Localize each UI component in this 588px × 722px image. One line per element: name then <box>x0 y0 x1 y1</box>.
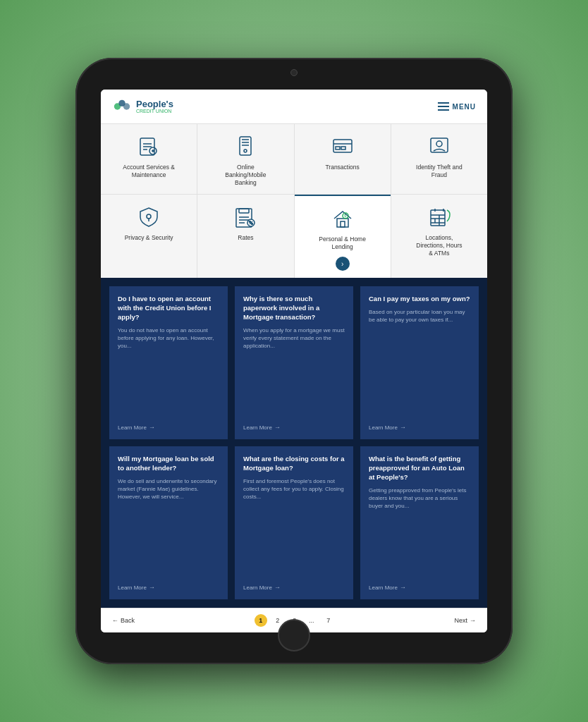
faq-card-1[interactable]: Why is there so much paperwork involved … <box>235 286 353 439</box>
services-grid: Account Services & Maintenance OnlineBan… <box>101 124 487 278</box>
faq-title-4: What are the closing costs for a Mortgag… <box>243 455 345 473</box>
faq-card-0[interactable]: Do I have to open an account with the Cr… <box>109 286 228 439</box>
menu-button[interactable]: MENU <box>438 102 476 111</box>
svg-point-21 <box>147 214 151 219</box>
logo[interactable]: People's CREDIT UNION <box>112 97 173 116</box>
logo-text: People's CREDIT UNION <box>136 99 173 114</box>
service-item-locations[interactable]: Locations,Directions, Hours& ATMs <box>391 195 487 278</box>
pagination: Back 1 2 3 ... 7 Next <box>101 608 487 632</box>
page-1[interactable]: 1 <box>255 614 267 627</box>
service-item-rates[interactable]: Rates <box>197 195 293 278</box>
faq-excerpt-5: Getting preapproved from People's lets d… <box>369 487 470 580</box>
service-item-account-services[interactable]: Account Services & Maintenance <box>101 124 197 194</box>
svg-rect-33 <box>341 221 345 227</box>
service-label-personal-home: Personal & HomeLending <box>319 235 366 251</box>
faq-excerpt-1: When you apply for a mortgage we must ve… <box>243 326 345 420</box>
pagination-pages: 1 2 3 ... 7 <box>255 614 335 627</box>
next-button[interactable]: Next <box>454 617 476 624</box>
privacy-security-icon <box>136 204 161 230</box>
svg-point-20 <box>436 141 442 147</box>
logo-name: People's <box>136 99 173 109</box>
faq-learn-more-4[interactable]: Learn More <box>243 584 345 591</box>
faq-excerpt-0: You do not have to open an account befor… <box>118 326 219 420</box>
faq-learn-more-2[interactable]: Learn More <box>369 424 470 431</box>
page-2[interactable]: 2 <box>271 614 284 627</box>
svg-rect-32 <box>337 219 348 227</box>
faq-excerpt-4: First and foremost People's does not col… <box>243 477 345 580</box>
back-button[interactable]: Back <box>112 617 135 624</box>
tablet-device: People's CREDIT UNION MENU <box>75 58 513 664</box>
faq-card-2[interactable]: Can I pay my taxes on my own? Based on y… <box>360 286 479 439</box>
service-label-account-services: Account Services & Maintenance <box>106 164 191 179</box>
faq-learn-more-3[interactable]: Learn More <box>118 584 219 591</box>
service-label-locations: Locations,Directions, Hours& ATMs <box>416 234 462 257</box>
faq-card-5[interactable]: What is the benefit of getting preapprov… <box>360 446 479 599</box>
svg-point-30 <box>250 221 251 223</box>
page-ellipsis: ... <box>305 614 318 627</box>
header: People's CREDIT UNION MENU <box>101 90 487 124</box>
svg-rect-17 <box>336 147 340 149</box>
service-item-transactions[interactable]: Transactions <box>295 124 391 194</box>
locations-icon <box>427 204 452 230</box>
faq-title-2: Can I pay my taxes on my own? <box>369 295 470 304</box>
service-item-privacy-security[interactable]: Privacy & Security <box>101 195 197 278</box>
identity-theft-icon <box>427 134 452 159</box>
service-label-transactions: Transactions <box>325 164 359 171</box>
service-label-rates: Rates <box>238 234 253 242</box>
faq-card-4[interactable]: What are the closing costs for a Mortgag… <box>235 446 353 599</box>
svg-point-2 <box>123 103 130 109</box>
logo-icon <box>112 97 132 116</box>
personal-home-arrow[interactable]: › <box>336 257 350 271</box>
svg-point-31 <box>252 224 253 225</box>
service-item-personal-home[interactable]: $ Personal & HomeLending › <box>295 195 391 278</box>
svg-rect-18 <box>341 147 345 149</box>
online-banking-icon <box>233 134 258 159</box>
faq-section: Do I have to open an account with the Cr… <box>101 278 487 608</box>
transactions-icon <box>330 134 355 159</box>
faq-excerpt-3: We do sell and underwrite to secondary m… <box>118 477 219 580</box>
faq-title-5: What is the benefit of getting preapprov… <box>369 455 470 482</box>
page-3[interactable]: 3 <box>288 614 301 627</box>
faq-learn-more-5[interactable]: Learn More <box>369 584 470 591</box>
rates-icon <box>233 204 258 230</box>
svg-rect-19 <box>431 138 448 152</box>
faq-learn-more-0[interactable]: Learn More <box>118 424 219 431</box>
svg-point-14 <box>244 149 247 152</box>
svg-rect-24 <box>239 209 249 213</box>
service-label-privacy-security: Privacy & Security <box>125 234 173 242</box>
page-7[interactable]: 7 <box>322 614 335 627</box>
faq-title-0: Do I have to open an account with the Cr… <box>118 295 219 322</box>
logo-subtitle: CREDIT UNION <box>136 109 173 114</box>
svg-rect-15 <box>333 140 352 152</box>
service-label-identity-theft: Identity Theft andFraud <box>416 164 463 179</box>
faq-excerpt-2: Based on your particular loan you may be… <box>369 308 470 420</box>
faq-card-3[interactable]: Will my Mortgage loan be sold to another… <box>109 446 228 599</box>
faq-grid: Do I have to open an account with the Cr… <box>101 278 487 608</box>
faq-title-1: Why is there so much paperwork involved … <box>243 295 345 322</box>
personal-home-icon: $ <box>330 206 355 231</box>
faq-learn-more-1[interactable]: Learn More <box>243 424 345 431</box>
menu-label: MENU <box>453 103 476 111</box>
faq-title-3: Will my Mortgage loan be sold to another… <box>118 455 219 473</box>
tablet-screen: People's CREDIT UNION MENU <box>101 90 487 632</box>
service-item-online-banking[interactable]: OnlineBanking/MobileBanking <box>197 124 293 194</box>
account-services-icon <box>136 134 161 159</box>
service-label-online-banking: OnlineBanking/MobileBanking <box>225 164 266 187</box>
service-item-identity-theft[interactable]: Identity Theft andFraud <box>391 124 487 194</box>
hamburger-icon <box>438 102 449 111</box>
